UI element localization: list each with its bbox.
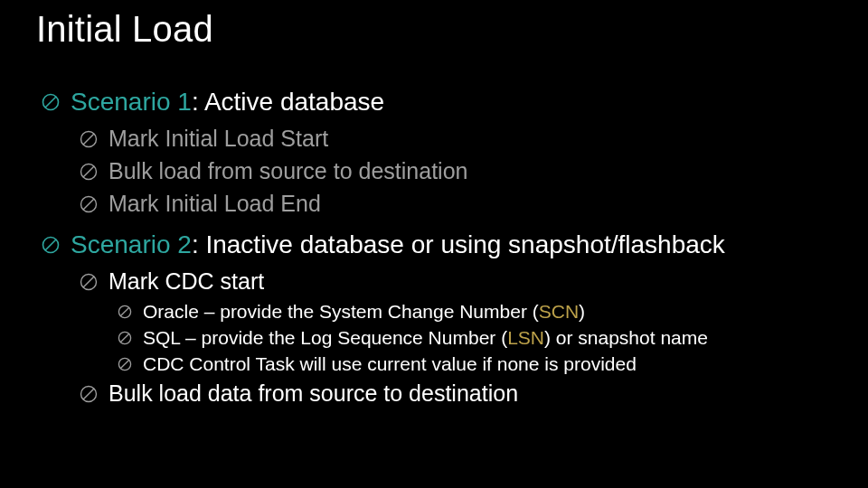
s2-mark-cdc-text: Mark CDC start [108, 267, 832, 297]
bullet-icon [42, 93, 60, 111]
scenario-1-sublist: Mark Initial Load Start Bulk load from s… [42, 124, 832, 219]
bullet-icon [118, 357, 132, 371]
s2-mark-cdc-sublist-wrap: Oracle – provide the System Change Numbe… [80, 299, 832, 378]
bullet-icon [80, 273, 98, 291]
s2-oracle-abbr: SCN [539, 301, 579, 322]
s1-item-a-text: Mark Initial Load Start [108, 124, 832, 155]
level1-list: Scenario 1: Active database Mark Initial… [36, 86, 832, 409]
bullet-icon [80, 163, 98, 181]
slide-title: Initial Load [36, 9, 832, 50]
s2-bulk-load: Bulk load data from source to destinatio… [80, 379, 832, 409]
s2-oracle-text: Oracle – provide the System Change Numbe… [143, 299, 832, 324]
bullet-icon [80, 195, 98, 213]
s2-sql-post: ) or snapshot name [544, 327, 708, 348]
bullet-icon [42, 236, 60, 254]
s2-sql-text: SQL – provide the Log Sequence Number (L… [143, 325, 832, 351]
s2-sql-pre: SQL – provide the Log Sequence Number ( [143, 327, 507, 348]
s2-mark-cdc-sublist: Oracle – provide the System Change Numbe… [80, 299, 832, 378]
scenario-2: Scenario 2: Inactive database or using s… [42, 229, 832, 261]
scenario-1-rest: : Active database [192, 88, 384, 116]
s2-cdc-control: CDC Control Task will use current value … [118, 352, 832, 377]
bullet-icon [80, 385, 98, 403]
s1-item-b-text: Bulk load from source to destination [108, 156, 832, 187]
scenario-2-rest: : Inactive database or using snapshot/fl… [192, 230, 725, 258]
scenario-2-label: Scenario 2 [71, 230, 192, 258]
s2-sql-abbr: LSN [507, 327, 544, 348]
bullet-icon [80, 130, 98, 148]
s2-mark-cdc: Mark CDC start [80, 267, 832, 297]
s2-sql: SQL – provide the Log Sequence Number (L… [118, 325, 832, 351]
scenario-1-text: Scenario 1: Active database [71, 86, 832, 118]
scenario-2-text: Scenario 2: Inactive database or using s… [71, 229, 832, 261]
s2-oracle-pre: Oracle – provide the System Change Numbe… [143, 301, 539, 322]
spacer [42, 221, 832, 229]
scenario-1: Scenario 1: Active database [42, 86, 832, 118]
scenario-1-sublist-wrap: Mark Initial Load Start Bulk load from s… [42, 124, 832, 219]
s1-item-c: Mark Initial Load End [80, 189, 832, 220]
bullet-icon [118, 331, 132, 345]
bullet-icon [118, 305, 132, 319]
scenario-1-label: Scenario 1 [71, 88, 192, 116]
s2-oracle: Oracle – provide the System Change Numbe… [118, 299, 832, 324]
s2-bulk-load-text: Bulk load data from source to destinatio… [108, 379, 832, 409]
scenario-2-sublist-wrap: Mark CDC start Oracle – provide the Syst… [42, 267, 832, 409]
s1-item-a: Mark Initial Load Start [80, 124, 832, 155]
s1-item-b: Bulk load from source to destination [80, 156, 832, 187]
scenario-2-sublist: Mark CDC start Oracle – provide the Syst… [42, 267, 832, 409]
s2-cdc-control-text: CDC Control Task will use current value … [143, 352, 832, 377]
s1-item-c-text: Mark Initial Load End [108, 189, 832, 220]
s2-oracle-post: ) [579, 301, 585, 322]
